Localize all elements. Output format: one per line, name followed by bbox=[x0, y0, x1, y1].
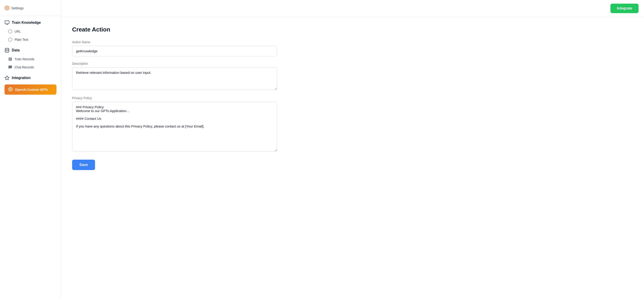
description-label: Description bbox=[72, 62, 277, 65]
privacy-policy-textarea[interactable]: ### Privacy Policy Welcome to our GPTs A… bbox=[72, 102, 277, 151]
main-content: Integrate Create Action Action Name Desc… bbox=[61, 0, 644, 298]
svg-marker-5 bbox=[5, 76, 9, 80]
url-icon bbox=[8, 29, 12, 33]
privacy-policy-group: Privacy Policy ### Privacy Policy Welcom… bbox=[72, 96, 277, 152]
settings-label: Settings bbox=[11, 6, 24, 10]
data-label: Data bbox=[12, 48, 20, 52]
integration-icon bbox=[4, 75, 10, 80]
settings-icon bbox=[4, 5, 10, 10]
description-textarea[interactable]: Retrieve relevant information based on u… bbox=[72, 67, 277, 90]
action-name-input[interactable] bbox=[72, 46, 277, 56]
train-knowledge-label: Train Knowledge bbox=[12, 21, 41, 25]
train-knowledge-icon bbox=[4, 20, 10, 25]
privacy-policy-label: Privacy Policy bbox=[72, 96, 277, 100]
create-action-form: Create Action Action Name Description Re… bbox=[61, 17, 288, 179]
page-title: Create Action bbox=[72, 26, 277, 33]
openai-custom-gpts-button[interactable]: OpenAI Custom GPTs bbox=[4, 84, 56, 95]
svg-rect-1 bbox=[5, 21, 9, 24]
plain-text-label: Plain Text bbox=[14, 38, 28, 41]
svg-point-4 bbox=[5, 48, 9, 50]
train-records-icon bbox=[8, 57, 12, 61]
sidebar-item-train-records[interactable]: Train Records bbox=[0, 55, 61, 63]
data-section: Data Train Records Chat Records bbox=[0, 45, 61, 71]
integration-header[interactable]: Integration bbox=[0, 73, 61, 83]
data-icon bbox=[4, 48, 10, 53]
save-button[interactable]: Save bbox=[72, 160, 95, 170]
plain-text-icon bbox=[8, 38, 12, 42]
train-records-label: Train Records bbox=[14, 57, 34, 61]
svg-point-0 bbox=[6, 7, 8, 8]
action-name-group: Action Name bbox=[72, 40, 277, 56]
chat-records-icon bbox=[8, 65, 12, 69]
sidebar-item-chat-records[interactable]: Chat Records bbox=[0, 63, 61, 71]
url-label: URL bbox=[14, 30, 21, 33]
train-knowledge-section: Train Knowledge URL Plain Text bbox=[0, 18, 61, 44]
description-group: Description Retrieve relevant informatio… bbox=[72, 62, 277, 91]
integration-section: Integration OpenAI Custom GPTs bbox=[0, 73, 61, 97]
chat-records-label: Chat Records bbox=[14, 65, 34, 69]
sidebar-item-url[interactable]: URL bbox=[0, 27, 61, 35]
openai-custom-gpts-label: OpenAI Custom GPTs bbox=[15, 88, 48, 92]
data-header[interactable]: Data bbox=[0, 45, 61, 55]
openai-icon bbox=[8, 87, 13, 92]
settings-nav-item[interactable]: Settings bbox=[0, 4, 61, 14]
train-knowledge-header[interactable]: Train Knowledge bbox=[0, 18, 61, 27]
integrate-button[interactable]: Integrate bbox=[610, 4, 638, 13]
sidebar-item-plain-text[interactable]: Plain Text bbox=[0, 35, 61, 44]
sidebar: Settings Train Knowledge URL Plain Text bbox=[0, 0, 61, 298]
integration-label: Integration bbox=[12, 76, 30, 80]
main-header: Integrate bbox=[61, 0, 644, 17]
action-name-label: Action Name bbox=[72, 40, 277, 44]
